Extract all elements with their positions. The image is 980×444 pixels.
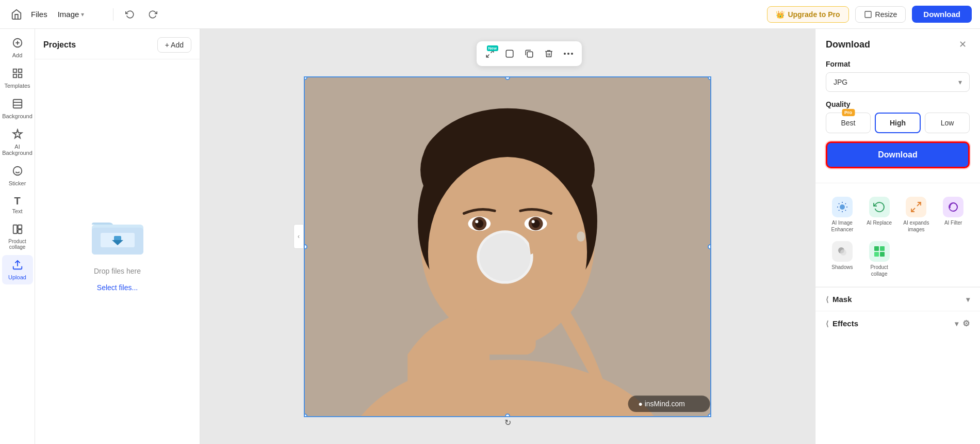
sidebar-item-label: Text — [12, 208, 22, 214]
download-top-button[interactable]: Download — [912, 6, 972, 23]
resize-button[interactable]: Resize — [855, 6, 906, 23]
sidebar-item-label: Product collage — [4, 239, 31, 250]
quality-section: Quality Pro Best High Low — [826, 100, 970, 133]
duplicate-button[interactable] — [520, 44, 538, 63]
quality-options: Pro Best High Low — [826, 113, 970, 133]
sidebar-item-background[interactable]: Background — [2, 94, 33, 123]
drop-text: Drop files here — [94, 267, 141, 275]
mask-label: Mask — [832, 295, 852, 304]
sidebar-item-upload[interactable]: Upload — [2, 255, 33, 284]
svg-rect-4 — [13, 69, 16, 72]
background-icon — [12, 98, 23, 111]
effects-label: Effects — [832, 319, 858, 328]
collapse-panel-button[interactable]: ‹ — [293, 224, 304, 249]
delete-button[interactable] — [540, 44, 558, 63]
svg-rect-6 — [13, 74, 16, 77]
svg-rect-16 — [18, 230, 21, 233]
handle-bc[interactable] — [505, 414, 510, 417]
svg-rect-15 — [18, 225, 21, 229]
add-project-button[interactable]: + Add — [157, 37, 191, 53]
download-panel-header: Download ✕ — [826, 37, 970, 52]
shadows-tool[interactable]: Shadows — [826, 238, 859, 280]
shadows-label: Shadows — [831, 264, 853, 271]
quality-low-button[interactable]: Low — [925, 113, 970, 133]
ai-image-enhancer-tool[interactable]: AI Image Enhancer — [826, 194, 859, 236]
sidebar-item-templates[interactable]: Templates — [2, 64, 33, 93]
ai-filter-tool[interactable]: AI Filter — [937, 194, 970, 236]
svg-rect-25 — [527, 52, 533, 57]
svg-point-45 — [532, 220, 535, 223]
svg-rect-59 — [880, 246, 885, 251]
effects-collapse-icon: ⟨ — [826, 320, 828, 328]
ai-expands-label: AI expands images — [901, 219, 932, 233]
close-download-button[interactable]: ✕ — [955, 37, 970, 52]
quality-high-button[interactable]: High — [875, 113, 921, 133]
svg-rect-8 — [13, 100, 22, 108]
svg-point-11 — [13, 167, 22, 176]
handle-tr[interactable] — [708, 76, 711, 80]
ai-expands-tool[interactable]: AI expands images — [900, 194, 933, 236]
format-select[interactable]: JPG ▾ — [826, 72, 970, 92]
sidebar-item-product-collage[interactable]: Product collage — [2, 219, 33, 254]
mask-accordion-header[interactable]: ⟨ Mask ▾ — [815, 288, 980, 311]
select-files-link[interactable]: Select files... — [97, 283, 138, 292]
mask-chevron-icon: ▾ — [966, 295, 970, 304]
ai-expand-button[interactable]: New — [481, 44, 499, 63]
redo-button[interactable] — [144, 6, 161, 23]
handle-mr[interactable] — [708, 244, 711, 249]
mask-collapse-icon: ⟨ — [826, 295, 828, 304]
canvas-toolbar: New — [477, 41, 582, 66]
effects-accordion-header[interactable]: ⟨ Effects ▾ ⚙ — [815, 311, 980, 336]
files-button[interactable]: Files — [31, 10, 47, 19]
product-collage-icon — [869, 241, 890, 262]
crown-icon: 👑 — [776, 10, 785, 19]
image-menu[interactable]: Image ▾ — [54, 8, 89, 21]
svg-point-41 — [475, 220, 478, 223]
mask-button[interactable] — [500, 44, 519, 63]
ai-filter-label: AI Filter — [944, 219, 962, 226]
ai-replace-tool[interactable]: AI Replace — [863, 194, 896, 236]
download-panel-title: Download — [826, 39, 870, 50]
product-collage-tool[interactable]: Product collage — [863, 238, 896, 280]
sidebar-item-text[interactable]: T Text — [2, 192, 33, 218]
undo-button[interactable] — [122, 6, 138, 23]
home-button[interactable] — [8, 6, 25, 23]
effects-settings-icon[interactable]: ⚙ — [962, 319, 970, 328]
quality-best-button[interactable]: Pro Best — [826, 113, 871, 133]
effects-accordion: ⟨ Effects ▾ ⚙ — [815, 311, 980, 336]
handle-br[interactable] — [708, 414, 711, 417]
ai-filter-icon — [943, 197, 963, 217]
sidebar-item-ai-background[interactable]: AI Background — [2, 124, 33, 160]
shadows-icon — [832, 241, 853, 262]
sidebar-item-add[interactable]: Add — [2, 33, 33, 62]
svg-rect-60 — [874, 252, 879, 257]
sidebar-item-label: Templates — [4, 83, 30, 89]
svg-rect-7 — [18, 74, 21, 77]
download-main-button[interactable]: Download — [826, 141, 970, 168]
sticker-icon — [12, 165, 23, 178]
format-label: Format — [826, 60, 970, 68]
sidebar-item-label: Add — [12, 52, 23, 58]
canvas-image[interactable]: ● insMind.com — [304, 76, 711, 417]
svg-point-57 — [840, 249, 846, 256]
add-icon — [12, 37, 23, 50]
svg-rect-5 — [18, 69, 21, 72]
handle-bl[interactable] — [304, 414, 307, 417]
projects-panel: Projects + Add Dro — [35, 29, 200, 444]
svg-rect-14 — [13, 225, 17, 234]
svg-point-28 — [571, 53, 573, 55]
sidebar-item-sticker[interactable]: Sticker — [2, 161, 33, 191]
svg-point-26 — [564, 53, 566, 55]
projects-title: Projects — [43, 40, 76, 50]
svg-point-49 — [479, 233, 530, 281]
main-layout: Add Templates Background AI Background S… — [0, 29, 980, 444]
rotate-handle[interactable]: ↻ — [502, 417, 513, 427]
more-button[interactable] — [559, 44, 578, 63]
ai-replace-label: AI Replace — [867, 219, 892, 226]
projects-content: Drop files here Select files... — [35, 59, 200, 444]
upgrade-button[interactable]: 👑 Upgrade to Pro — [767, 6, 848, 23]
ai-tools-row2: Shadows Product collage — [826, 238, 970, 280]
projects-header: Projects + Add — [35, 29, 200, 59]
sidebar-item-label: Sticker — [9, 180, 26, 186]
canvas-wrapper: ‹ — [304, 61, 711, 412]
